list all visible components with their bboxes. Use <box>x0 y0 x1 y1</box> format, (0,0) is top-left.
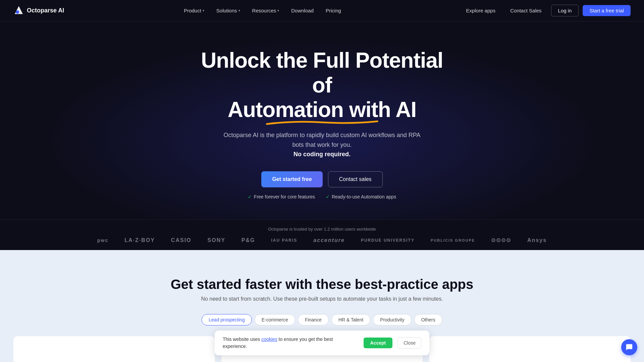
underline-decoration <box>228 120 417 126</box>
chat-icon <box>626 344 633 351</box>
hero-headline: Unlock the Full Potential of Automation … <box>191 48 453 122</box>
chevron-down-icon: ▾ <box>238 9 240 12</box>
nav-product-label: Product <box>184 8 201 13</box>
hero-bold-sub: No coding required. <box>293 151 351 158</box>
navbar: Octoparse AI Product ▾ Solutions ▾ Resou… <box>0 0 644 21</box>
accept-cookies-button[interactable]: Accept <box>364 338 393 348</box>
nav-pricing[interactable]: Pricing <box>320 5 346 16</box>
contact-sales-button[interactable]: Contact Sales <box>505 5 547 16</box>
logo-iap: IAU PARIS <box>271 238 298 243</box>
nav-resources-label: Resources <box>252 8 276 13</box>
tab-hr-talent[interactable]: HR & Talent <box>331 314 370 325</box>
logo-audi: ⊙⊙⊙⊙ <box>491 237 511 243</box>
cookie-banner: This website uses cookies to ensure you … <box>215 330 429 355</box>
cookies-link[interactable]: cookies <box>261 337 277 342</box>
check-icon-automation: ✓ <box>326 194 330 199</box>
check-free: ✓ Free forever for core features <box>248 194 315 199</box>
apps-subtitle: No need to start from scratch. Use these… <box>13 296 631 302</box>
logos-list: pwc LA·Z·BOY CASIO SONY P&G IAU PARIS ac… <box>0 237 644 243</box>
app-card-3 <box>429 336 631 362</box>
tab-productivity[interactable]: Productivity <box>373 314 411 325</box>
app-card-1 <box>13 336 215 362</box>
hero-subtext-main: Octoparse AI is the platform to rapidly … <box>224 132 421 148</box>
logo-pwc: pwc <box>97 238 108 243</box>
logo-casio: CASIO <box>171 237 192 243</box>
hero-section: Unlock the Full Potential of Automation … <box>0 21 644 220</box>
nav-product[interactable]: Product ▾ <box>178 5 210 16</box>
tab-lead-prospecting[interactable]: Lead prospecting <box>202 314 252 325</box>
check-automation-label: Ready-to-use Automation apps <box>332 194 396 199</box>
logos-section: Octoparse is trusted by over 1.2 million… <box>0 220 644 250</box>
logo-publicis: PUBLICIS GROUPE <box>431 238 475 242</box>
svg-point-1 <box>16 10 19 14</box>
check-automation: ✓ Ready-to-use Automation apps <box>326 194 396 199</box>
login-button[interactable]: Log in <box>551 5 579 16</box>
apps-tabs: Lead prospecting E-commerce Finance HR &… <box>13 314 631 325</box>
tab-finance[interactable]: Finance <box>298 314 329 325</box>
chevron-down-icon: ▾ <box>277 9 279 12</box>
nav-pricing-label: Pricing <box>326 8 341 13</box>
explore-apps-button[interactable]: Explore apps <box>461 5 501 16</box>
hero-subtext: Octoparse AI is the platform to rapidly … <box>221 130 423 159</box>
chevron-down-icon: ▾ <box>203 9 204 12</box>
hero-headline-part1: Unlock the Full Potential of <box>201 48 443 97</box>
logo-purdue: PURDUE UNIVERSITY <box>361 238 415 243</box>
check-free-label: Free forever for core features <box>254 194 315 199</box>
get-started-button[interactable]: Get started free <box>261 171 322 187</box>
hero-headline-part2: Automation with AI <box>228 98 417 122</box>
contact-sales-hero-button[interactable]: Contact sales <box>328 171 383 187</box>
hero-checks: ✓ Free forever for core features ✓ Ready… <box>248 194 396 199</box>
nav-brand: Octoparse AI <box>13 5 64 16</box>
hero-buttons: Get started free Contact sales <box>261 171 382 187</box>
tab-others[interactable]: Others <box>414 314 442 325</box>
check-icon-free: ✓ <box>248 194 252 199</box>
apps-title: Get started faster with these best-pract… <box>13 277 631 292</box>
nav-center: Product ▾ Solutions ▾ Resources ▾ Downlo… <box>178 5 346 16</box>
nav-solutions-label: Solutions <box>216 8 237 13</box>
nav-download-label: Download <box>291 8 314 13</box>
cookie-text: This website uses cookies to ensure you … <box>223 336 358 350</box>
brand-name: Octoparse AI <box>27 7 64 14</box>
logo-ansys: Ansys <box>527 237 547 243</box>
nav-right: Explore apps Contact Sales Log in Start … <box>461 5 631 16</box>
brand-logo-icon <box>13 5 24 16</box>
tab-ecommerce[interactable]: E-commerce <box>255 314 295 325</box>
nav-download[interactable]: Download <box>286 5 319 16</box>
logo-pg: P&G <box>241 237 255 243</box>
logo-sony: SONY <box>208 237 225 243</box>
nav-resources[interactable]: Resources ▾ <box>247 5 285 16</box>
chat-support-button[interactable] <box>621 339 637 355</box>
logo-accenture: accenture <box>313 237 345 243</box>
nav-solutions[interactable]: Solutions ▾ <box>211 5 246 16</box>
trust-text: Octoparse is trusted by over 1.2 million… <box>0 227 644 232</box>
logo-lazboy: LA·Z·BOY <box>124 237 155 243</box>
close-cookies-button[interactable]: Close <box>398 337 421 349</box>
start-trial-button[interactable]: Start a free trial <box>583 5 631 16</box>
